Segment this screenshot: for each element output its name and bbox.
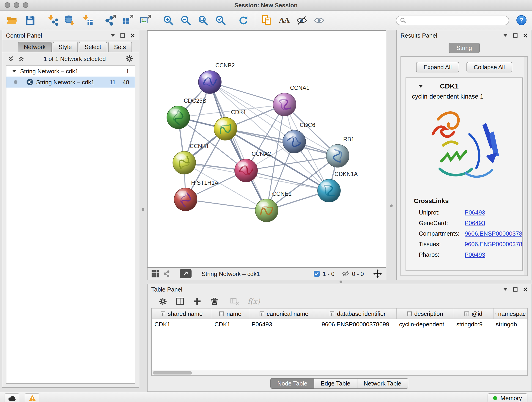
genecard-link[interactable]: P06493 (465, 220, 485, 226)
automation-status-button[interactable] (5, 393, 19, 402)
cell-name[interactable]: CDK1 (212, 319, 249, 329)
expand-all-button[interactable]: Expand All (416, 62, 459, 72)
column-header[interactable]: shared name (152, 308, 212, 319)
float-panel-icon[interactable] (513, 33, 518, 38)
network-node-CCNE1[interactable]: CCNE1 (255, 191, 292, 222)
network-row[interactable]: String Network – cdk1 11 48 (6, 77, 135, 88)
cell-namespace[interactable]: stringdb (493, 319, 527, 329)
cell-description[interactable]: cyclin-dependent ... (396, 319, 454, 329)
column-header[interactable]: canonical name (249, 308, 319, 319)
table-horizontal-scrollbar[interactable] (152, 370, 527, 375)
import-network-database-button[interactable] (62, 12, 78, 28)
export-image-button[interactable] (138, 12, 153, 28)
maximize-window-button[interactable] (23, 2, 28, 8)
network-node-RB1[interactable]: RB1 (326, 136, 355, 167)
window-controls[interactable] (5, 2, 28, 8)
close-panel-icon[interactable] (523, 33, 528, 38)
network-overview-icon[interactable] (163, 270, 171, 277)
zoom-selected-button[interactable] (213, 12, 228, 28)
network-node-CDC6[interactable]: CDC6 (283, 122, 315, 153)
tab-sets[interactable]: Sets (108, 42, 132, 52)
tab-network[interactable]: Network (18, 42, 51, 52)
column-header[interactable]: @id (454, 308, 493, 319)
grid-view-icon[interactable] (151, 269, 159, 278)
export-table-button[interactable] (120, 12, 136, 28)
zoom-in-button[interactable] (160, 12, 176, 28)
compartments-link[interactable]: 9606.ENSP00000378699 (465, 230, 523, 237)
tab-node-table[interactable]: Node Table (270, 378, 314, 389)
detach-view-button[interactable] (180, 269, 191, 278)
section-collapse-icon[interactable] (418, 84, 423, 88)
search-box[interactable] (396, 15, 509, 25)
tab-string[interactable]: String (449, 43, 480, 53)
network-edge-CCNB2-CCNA1[interactable] (210, 82, 285, 104)
copy-style-button[interactable] (259, 12, 274, 28)
pan-crosshair-icon[interactable] (373, 269, 382, 278)
splitter-handle[interactable] (142, 208, 144, 211)
splitter-handle[interactable] (390, 204, 393, 207)
zoom-fit-button[interactable] (195, 12, 211, 28)
column-header[interactable]: description (396, 308, 454, 319)
tab-network-table[interactable]: Network Table (357, 378, 408, 389)
network-node-CCNB1[interactable]: CCNB1 (173, 143, 209, 174)
memory-button[interactable]: Memory (488, 393, 527, 402)
show-structures-button[interactable] (311, 12, 327, 28)
close-window-button[interactable] (5, 2, 10, 8)
network-node-CDKN1A[interactable]: CDKN1A (317, 171, 358, 202)
network-edge-CCNB2-CCNE1[interactable] (210, 82, 267, 211)
panel-menu-icon[interactable] (110, 34, 115, 37)
hide-structures-button[interactable] (294, 12, 309, 28)
gear-icon[interactable] (125, 55, 133, 63)
scrollbar-thumb[interactable] (152, 371, 192, 375)
network-collection-row[interactable]: String Network – cdk1 1 (6, 65, 135, 77)
show-columns-icon[interactable] (176, 297, 185, 306)
tab-style[interactable]: Style (52, 42, 78, 52)
import-table-button[interactable] (80, 12, 95, 28)
float-panel-icon[interactable] (120, 33, 125, 38)
add-column-icon[interactable] (193, 297, 202, 306)
hidden-eye-slash-icon[interactable] (342, 270, 349, 277)
column-header[interactable]: database identifier (319, 308, 396, 319)
tab-edge-table[interactable]: Edge Table (314, 378, 357, 389)
cell-canonical-name[interactable]: P06493 (249, 319, 319, 329)
help-button[interactable]: ? (516, 15, 526, 25)
warnings-button[interactable] (25, 393, 39, 402)
disclosure-triangle-icon[interactable] (12, 69, 17, 73)
export-network-button[interactable] (103, 12, 118, 28)
table-row[interactable]: CDK1 CDK1 P06493 9606.ENSP00000378699 cy… (152, 319, 527, 329)
panel-menu-icon[interactable] (503, 288, 508, 291)
import-network-file-button[interactable] (45, 12, 60, 28)
collapse-all-networks-icon[interactable] (18, 56, 24, 62)
splitter-handle[interactable] (340, 281, 342, 283)
cell-id[interactable]: stringdb:9... (454, 319, 493, 329)
minimize-window-button[interactable] (14, 2, 19, 8)
open-session-button[interactable] (5, 12, 20, 28)
tissues-link[interactable]: 9606.ENSP00000378699 (465, 241, 523, 248)
column-header[interactable]: namespac (493, 308, 527, 319)
panel-menu-icon[interactable] (503, 34, 508, 37)
refresh-view-button[interactable] (235, 12, 251, 28)
zoom-out-button[interactable] (178, 12, 193, 28)
left-splitter[interactable] (139, 30, 147, 392)
close-panel-icon[interactable] (130, 33, 135, 38)
column-header[interactable]: name (212, 308, 249, 319)
float-panel-icon[interactable] (513, 287, 518, 292)
title-bar[interactable]: Session: New Session (0, 0, 532, 11)
delete-column-icon[interactable] (210, 297, 219, 306)
network-node-CCNB2[interactable]: CCNB2 (198, 62, 235, 94)
table-settings-gear-icon[interactable] (158, 297, 167, 306)
network-node-HIST1H1A[interactable]: HIST1H1A (174, 179, 219, 211)
selected-checkbox-icon[interactable] (313, 270, 320, 277)
tab-select[interactable]: Select (79, 42, 107, 52)
network-canvas[interactable]: CCNB2CCNA1CDC25BCDK1CDC6RB1CCNB1CCNA2CDK… (147, 31, 386, 267)
cell-shared-name[interactable]: CDK1 (152, 319, 212, 329)
cell-database-identifier[interactable]: 9606.ENSP00000378699 (319, 319, 396, 329)
table-splitter[interactable] (147, 280, 532, 284)
results-scrollbar[interactable] (524, 57, 527, 275)
pharos-link[interactable]: P06493 (465, 251, 485, 258)
search-input[interactable] (409, 16, 505, 24)
close-panel-icon[interactable] (523, 287, 528, 292)
expand-all-networks-icon[interactable] (8, 56, 14, 62)
uniprot-link[interactable]: P06493 (465, 209, 485, 216)
save-session-button[interactable] (22, 12, 38, 28)
